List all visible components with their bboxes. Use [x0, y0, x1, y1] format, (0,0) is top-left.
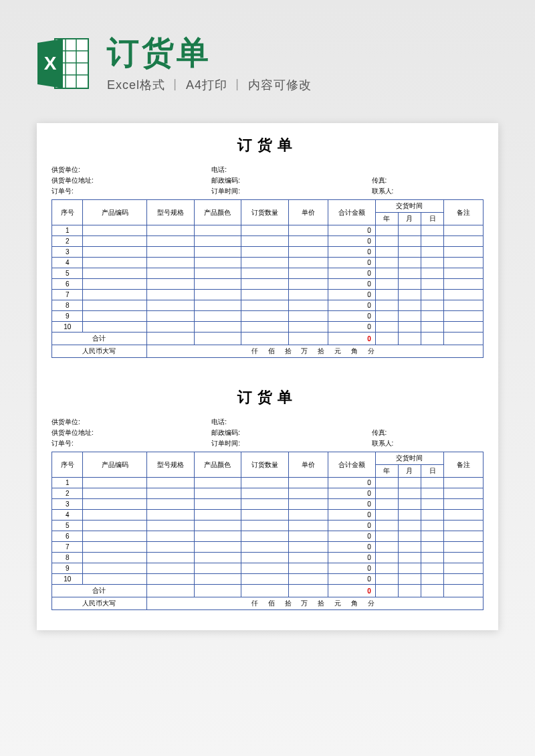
cell-note — [444, 225, 484, 236]
cell-color — [194, 290, 241, 300]
cell-day — [421, 574, 444, 585]
cell-day — [421, 258, 444, 268]
meta-supplier: 供货单位: — [51, 165, 211, 175]
cell-seq: 10 — [52, 574, 83, 585]
cell-year — [375, 574, 398, 585]
cell-spec — [146, 574, 194, 585]
cell-code — [83, 478, 146, 488]
cell-qty — [241, 521, 289, 531]
cell-month — [398, 236, 421, 247]
table-row: 20 — [52, 236, 484, 247]
order-table: 序号产品编码型号规格产品颜色订货数量单价合计金额交货时间备注年月日1020304… — [51, 199, 484, 358]
cell-spec — [146, 563, 194, 574]
cell-price — [289, 488, 328, 499]
rmb-row: 人民币大写仟 佰 拾 万 拾 元 角 分 — [52, 345, 484, 358]
cell-year — [375, 478, 398, 488]
cell-qty — [241, 225, 289, 236]
cell-price — [289, 311, 328, 322]
cell-year — [375, 290, 398, 300]
cell-month — [398, 322, 421, 333]
cell-code — [83, 574, 146, 585]
cell-qty — [241, 300, 289, 311]
cell-price — [289, 279, 328, 290]
cell-spec — [146, 322, 194, 333]
meta-supplier: 供货单位: — [51, 417, 211, 428]
total-label: 合计 — [52, 585, 147, 597]
table-row: 80 — [52, 300, 484, 311]
excel-icon: X — [33, 33, 94, 96]
subtitle-part: 内容可修改 — [248, 78, 312, 92]
cell-seq: 8 — [52, 553, 83, 563]
cell-qty — [241, 553, 289, 563]
cell-price — [289, 553, 328, 563]
rmb-units: 仟 佰 拾 万 拾 元 角 分 — [146, 345, 483, 358]
cell-seq: 5 — [52, 521, 83, 531]
table-row: 60 — [52, 279, 484, 290]
cell-day — [421, 478, 444, 488]
cell-amount: 0 — [328, 510, 375, 521]
form-meta: 供货单位:电话:供货单位地址:邮政编码:传真:订单号:订单时间:联系人: — [51, 417, 484, 449]
header-text: 订货单 Excel格式丨A4打印丨内容可修改 — [107, 37, 502, 93]
cell-month — [398, 300, 421, 311]
cell-day — [421, 322, 444, 333]
cell-seq: 10 — [52, 322, 83, 333]
col-month: 月 — [398, 213, 421, 225]
cell-seq: 1 — [52, 225, 83, 236]
cell-month — [398, 290, 421, 300]
cell-seq: 2 — [52, 488, 83, 499]
cell-code — [83, 279, 146, 290]
cell-amount: 0 — [328, 563, 375, 574]
cell-code — [83, 510, 146, 521]
cell-color — [194, 300, 241, 311]
rmb-row: 人民币大写仟 佰 拾 万 拾 元 角 分 — [52, 597, 484, 610]
table-row: 70 — [52, 542, 484, 553]
cell-month — [398, 311, 421, 322]
meta-contact: 联系人: — [372, 186, 484, 197]
cell-code — [83, 236, 146, 247]
cell-year — [375, 225, 398, 236]
cell-price — [289, 499, 328, 510]
cell-qty — [241, 499, 289, 510]
col-note: 备注 — [444, 200, 484, 225]
cell-month — [398, 268, 421, 279]
cell-color — [194, 268, 241, 279]
cell-spec — [146, 268, 194, 279]
cell-qty — [241, 542, 289, 553]
col-code: 产品编码 — [83, 200, 146, 225]
col-day: 日 — [421, 213, 444, 225]
cell-note — [444, 499, 484, 510]
document-paper: 订货单供货单位:电话:供货单位地址:邮政编码:传真:订单号:订单时间:联系人:序… — [37, 123, 498, 630]
col-amount: 合计金额 — [328, 452, 375, 478]
cell-day — [421, 290, 444, 300]
cell-seq: 5 — [52, 268, 83, 279]
table-row: 60 — [52, 531, 484, 542]
cell-code — [83, 268, 146, 279]
cell-qty — [241, 247, 289, 258]
total-label: 合计 — [52, 333, 147, 345]
cell-month — [398, 510, 421, 521]
cell-code — [83, 531, 146, 542]
cell-amount: 0 — [328, 542, 375, 553]
meta-zip: 邮政编码: — [211, 428, 371, 438]
cell-note — [444, 510, 484, 521]
cell-year — [375, 510, 398, 521]
cell-month — [398, 521, 421, 531]
col-note: 备注 — [444, 452, 484, 478]
cell-note — [444, 553, 484, 563]
cell-amount: 0 — [328, 478, 375, 488]
cell-seq: 4 — [52, 510, 83, 521]
meta-ordertime: 订单时间: — [211, 186, 371, 197]
col-qty: 订货数量 — [241, 200, 289, 225]
cell-qty — [241, 574, 289, 585]
cell-note — [444, 258, 484, 268]
cell-spec — [146, 290, 194, 300]
cell-price — [289, 300, 328, 311]
cell-seq: 3 — [52, 499, 83, 510]
table-row: 30 — [52, 499, 484, 510]
table-row: 70 — [52, 290, 484, 300]
cell-color — [194, 563, 241, 574]
col-amount: 合计金额 — [328, 200, 375, 225]
subtitle-part: Excel格式 — [107, 78, 165, 92]
cell-day — [421, 268, 444, 279]
cell-seq: 6 — [52, 279, 83, 290]
